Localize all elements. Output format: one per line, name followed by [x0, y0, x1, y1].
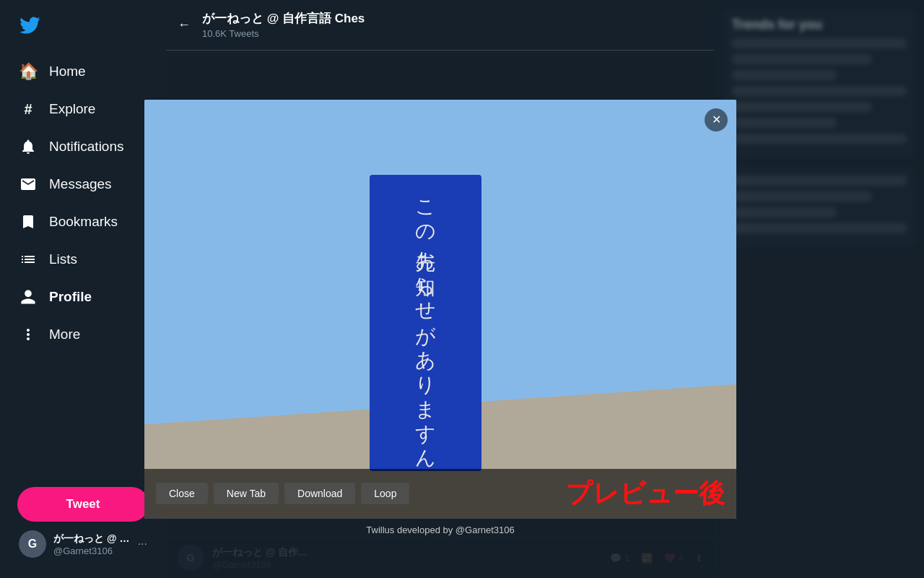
header-title: が一ねっと @ 自作言語 Ches — [202, 10, 365, 27]
blur-bar-2 — [732, 54, 872, 64]
sidebar-nav: 🏠 Home # Explore Notifications Messages — [9, 53, 157, 475]
sidebar-item-home[interactable]: 🏠 Home — [9, 53, 157, 90]
tweet-count: 10.6K Tweets — [202, 28, 259, 39]
sidebar-item-notifications[interactable]: Notifications — [9, 129, 157, 165]
blur-bar-3 — [732, 70, 837, 80]
close-x-button[interactable]: ✕ — [705, 108, 728, 131]
sugg-blur-4 — [732, 223, 907, 233]
sidebar-item-profile[interactable]: Profile — [9, 279, 157, 315]
sidebar-item-notifications-label: Notifications — [49, 139, 124, 155]
user-info: が一ねっと @ 自作... @Garnet3106 — [53, 532, 131, 556]
sign-scene: この先お知らせがありますん — [144, 100, 736, 519]
sidebar-item-explore-label: Explore — [49, 101, 95, 117]
header-info: が一ねっと @ 自作言語 Ches 10.6K Tweets — [202, 10, 365, 40]
dots-icon: ··· — [138, 538, 147, 551]
sidebar-item-lists[interactable]: Lists — [9, 241, 157, 277]
sidebar-item-explore[interactable]: # Explore — [9, 91, 157, 127]
lists-icon — [19, 250, 38, 269]
preview-text: プレビュー後 — [566, 476, 725, 512]
sidebar-item-lists-label: Lists — [49, 251, 77, 267]
sidebar-item-more-label: More — [49, 327, 80, 342]
feed-header: ← が一ねっと @ 自作言語 Ches 10.6K Tweets — [166, 0, 715, 51]
user-name: が一ねっと @ 自作... — [53, 532, 131, 545]
sign-board: この先お知らせがありますん — [370, 175, 481, 471]
blur-bar-4 — [732, 86, 907, 96]
new-tab-button[interactable]: New Tab — [214, 483, 279, 504]
avatar: G — [19, 530, 46, 558]
more-icon — [19, 325, 38, 344]
mail-icon — [19, 175, 38, 194]
sidebar-item-home-label: Home — [49, 64, 86, 79]
loop-button[interactable]: Loop — [361, 483, 409, 504]
sidebar-user[interactable]: G が一ねっと @ 自作... @Garnet3106 ··· — [9, 522, 157, 566]
user-handle: @Garnet3106 — [53, 545, 131, 556]
sugg-blur-1 — [732, 176, 907, 186]
trending-title: Trends for you — [732, 17, 907, 33]
bookmark-icon — [19, 212, 38, 231]
sidebar-item-messages-label: Messages — [49, 176, 112, 192]
home-icon: 🏠 — [19, 62, 38, 81]
close-x-icon: ✕ — [712, 113, 721, 126]
sidebar-item-bookmarks-label: Bookmarks — [49, 214, 118, 230]
blur-bar-1 — [732, 38, 907, 48]
sidebar-item-messages[interactable]: Messages — [9, 166, 157, 202]
sugg-blur-3 — [732, 207, 837, 217]
tweet-button[interactable]: Tweet — [17, 487, 149, 522]
blur-bar-7 — [732, 134, 907, 144]
modal-image: ✕ この先お知らせがありますん Close New T — [144, 100, 736, 519]
sidebar: 🏠 Home # Explore Notifications Messages — [0, 0, 166, 578]
sidebar-item-more[interactable]: More — [9, 316, 157, 353]
preview-area: プレビュー後 — [554, 476, 725, 512]
blur-bar-5 — [732, 102, 872, 112]
close-button[interactable]: Close — [156, 483, 208, 504]
profile-icon — [19, 288, 38, 306]
sidebar-item-bookmarks[interactable]: Bookmarks — [9, 204, 157, 240]
explore-icon: # — [19, 100, 38, 118]
credit-text: Twillus developed by @Garnet3106 — [366, 525, 514, 535]
sidebar-item-profile-label: Profile — [49, 289, 92, 305]
sign-text: この先お知らせがありますん — [411, 186, 440, 460]
bell-icon — [19, 137, 38, 156]
modal-controls: Close New Tab Download Loop プレビュー後 — [144, 469, 736, 519]
back-button[interactable]: ← — [178, 17, 191, 33]
main-content: ← が一ねっと @ 自作言語 Ches 10.6K Tweets ✕ — [166, 0, 715, 578]
right-sidebar: Trends for you — [715, 0, 924, 578]
modal-button-group: Close New Tab Download Loop — [156, 483, 409, 504]
suggestions-box — [723, 167, 915, 248]
download-button[interactable]: Download — [284, 483, 355, 504]
sugg-blur-2 — [732, 191, 872, 202]
blur-bar-6 — [732, 118, 837, 128]
image-modal: ✕ この先お知らせがありますん Close New T — [166, 56, 715, 578]
trending-box: Trends for you — [723, 9, 915, 158]
twitter-logo[interactable] — [9, 6, 157, 48]
